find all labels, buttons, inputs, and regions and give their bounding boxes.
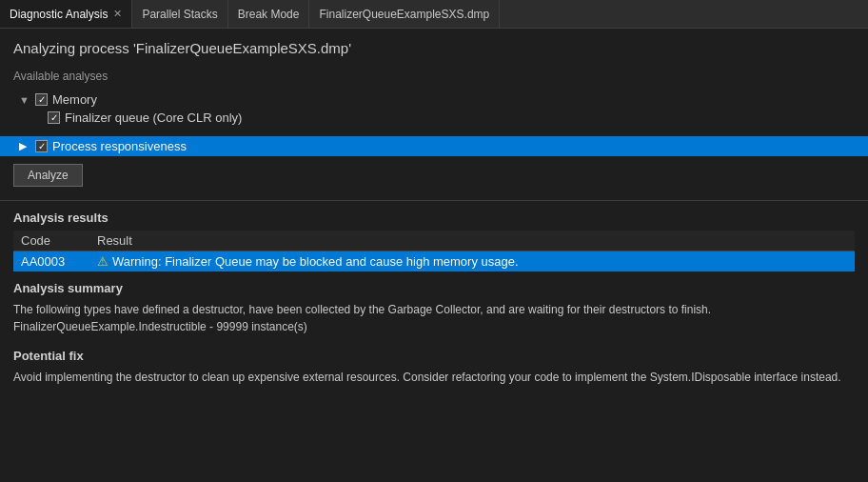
tree-item-memory-label: Memory (52, 92, 97, 107)
result-code: AA0003 (13, 251, 89, 272)
tree-child-finalizer[interactable]: Finalizer queue (Core CLR only) (13, 109, 855, 127)
tab-file-label: FinalizerQueueExampleSXS.dmp (319, 8, 489, 21)
available-analyses-label: Available analyses (13, 70, 855, 83)
results-table: Code Result AA0003 ⚠Warning: Finalizer Q… (13, 231, 855, 271)
results-table-header: Code Result (13, 231, 855, 251)
col-result: Result (89, 231, 855, 251)
page-title: Analyzing process 'FinalizerQueueExample… (13, 40, 855, 56)
tab-diagnostic-close[interactable]: ✕ (113, 8, 122, 20)
tab-parallel[interactable]: Parallel Stacks (132, 0, 227, 28)
tab-break-label: Break Mode (238, 8, 300, 21)
analyze-button[interactable]: Analyze (13, 164, 83, 187)
tree-item-memory[interactable]: ▼ Memory (13, 90, 855, 109)
expand-arrow-process: ▶ (19, 140, 30, 152)
result-text: ⚠Warning: Finalizer Queue may be blocked… (89, 251, 855, 272)
analysis-summary-text: The following types have defined a destr… (13, 301, 855, 335)
warning-icon: ⚠ (97, 254, 108, 269)
tab-bar: Diagnostic Analysis ✕ Parallel Stacks Br… (0, 0, 868, 29)
tab-diagnostic-label: Diagnostic Analysis (10, 8, 108, 21)
potential-fix-title: Potential fix (13, 349, 855, 363)
tab-diagnostic[interactable]: Diagnostic Analysis ✕ (0, 0, 132, 28)
col-code: Code (13, 231, 89, 251)
tab-file[interactable]: FinalizerQueueExampleSXS.dmp (309, 0, 500, 28)
potential-fix-text: Avoid implementing the destructor to cle… (13, 369, 855, 386)
checkbox-process[interactable] (35, 140, 48, 152)
analysis-summary-title: Analysis summary (13, 281, 855, 295)
expand-arrow-memory: ▼ (19, 94, 30, 106)
tab-break[interactable]: Break Mode (228, 0, 310, 28)
tree-child-finalizer-label: Finalizer queue (Core CLR only) (65, 110, 242, 125)
checkbox-finalizer[interactable] (48, 111, 60, 124)
analyses-section: ▼ Memory Finalizer queue (Core CLR only) (13, 90, 855, 127)
checkbox-memory[interactable] (35, 93, 48, 106)
analysis-results-title: Analysis results (13, 211, 855, 225)
table-row[interactable]: AA0003 ⚠Warning: Finalizer Queue may be … (13, 251, 855, 272)
divider-1 (0, 200, 868, 201)
tree-item-process-label: Process responsiveness (52, 139, 187, 153)
main-content: Analyzing process 'FinalizerQueueExample… (0, 29, 868, 482)
tree-item-process-responsiveness[interactable]: ▶ Process responsiveness (0, 136, 868, 156)
tab-parallel-label: Parallel Stacks (142, 8, 217, 21)
